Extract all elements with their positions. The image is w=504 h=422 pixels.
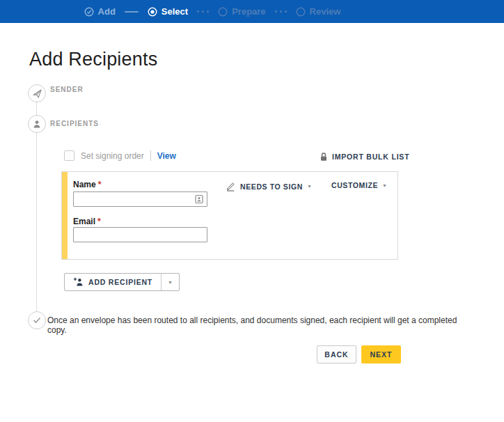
import-bulk-list-label: IMPORT BULK LIST bbox=[332, 153, 409, 161]
person-icon bbox=[32, 119, 42, 129]
wizard-stepper-bar: Add Select Prepare bbox=[0, 0, 504, 23]
step-label: Select bbox=[162, 6, 188, 17]
pen-icon bbox=[226, 181, 236, 192]
person-plus-icon bbox=[73, 277, 84, 287]
set-signing-order-label: Set signing order bbox=[81, 151, 144, 161]
chevron-down-icon: ▼ bbox=[382, 183, 387, 188]
add-recipient-split-button: ADD RECIPIENT ▼ bbox=[64, 273, 180, 291]
step-separator-line bbox=[125, 11, 139, 13]
step-label: Add bbox=[98, 6, 116, 17]
next-button[interactable]: NEXT bbox=[361, 345, 401, 364]
step-review[interactable]: Review bbox=[296, 6, 341, 17]
needs-to-sign-label: NEEDS TO SIGN bbox=[240, 182, 303, 191]
add-recipient-label: ADD RECIPIENT bbox=[88, 278, 152, 286]
step-separator-dots bbox=[275, 10, 287, 13]
required-asterisk: * bbox=[97, 217, 101, 226]
lock-icon bbox=[320, 152, 328, 162]
step-label: Prepare bbox=[232, 6, 265, 17]
needs-to-sign-dropdown[interactable]: NEEDS TO SIGN ▼ bbox=[226, 181, 312, 192]
set-signing-order-checkbox[interactable] bbox=[64, 150, 74, 161]
step-separator-dots bbox=[197, 10, 209, 13]
customize-label: CUSTOMIZE bbox=[331, 181, 378, 189]
recipient-card-stripe bbox=[62, 172, 68, 259]
back-button[interactable]: BACK bbox=[317, 345, 356, 364]
footer-actions: BACK NEXT bbox=[317, 345, 401, 364]
email-label: Email* bbox=[73, 217, 101, 226]
sender-node bbox=[28, 84, 46, 102]
view-link[interactable]: View bbox=[157, 151, 176, 161]
circle-outline-icon bbox=[218, 7, 228, 17]
name-label: Name* bbox=[73, 180, 101, 189]
name-input[interactable] bbox=[73, 192, 207, 207]
paper-plane-icon bbox=[32, 88, 42, 99]
customize-dropdown[interactable]: CUSTOMIZE ▼ bbox=[331, 181, 387, 189]
email-input[interactable] bbox=[73, 227, 207, 242]
checkmark-icon bbox=[33, 317, 41, 324]
divider bbox=[150, 150, 151, 161]
note-node bbox=[28, 311, 46, 329]
step-select[interactable]: Select bbox=[148, 6, 188, 17]
step-add[interactable]: Add bbox=[84, 6, 116, 17]
add-recipient-menu-button[interactable]: ▼ bbox=[161, 274, 179, 290]
page-title: Add Recipients bbox=[29, 49, 157, 70]
step-prepare[interactable]: Prepare bbox=[218, 6, 265, 17]
check-circle-icon bbox=[84, 7, 94, 17]
import-bulk-list-button[interactable]: IMPORT BULK LIST bbox=[320, 152, 409, 162]
signing-order-row: Set signing order View bbox=[64, 150, 176, 162]
recipient-card: Name* NEEDS TO SIGN ▼ CUSTOMIZE ▼ bbox=[61, 171, 398, 260]
sender-section-label: SENDER bbox=[50, 86, 84, 93]
add-recipient-button[interactable]: ADD RECIPIENT bbox=[65, 274, 161, 290]
radio-selected-icon bbox=[148, 7, 157, 17]
chevron-down-icon: ▼ bbox=[168, 280, 173, 285]
recipients-node bbox=[28, 115, 46, 133]
add-recipients-page: Add Select Prepare bbox=[0, 0, 504, 422]
chevron-down-icon: ▼ bbox=[307, 184, 312, 189]
stepper-steps: Add Select Prepare bbox=[0, 0, 464, 23]
recipients-section-label: RECIPIENTS bbox=[50, 120, 99, 127]
required-asterisk: * bbox=[98, 180, 102, 189]
completion-note: Once an envelope has been routed to all … bbox=[47, 315, 465, 335]
step-label: Review bbox=[310, 6, 341, 17]
circle-outline-icon bbox=[296, 7, 306, 17]
